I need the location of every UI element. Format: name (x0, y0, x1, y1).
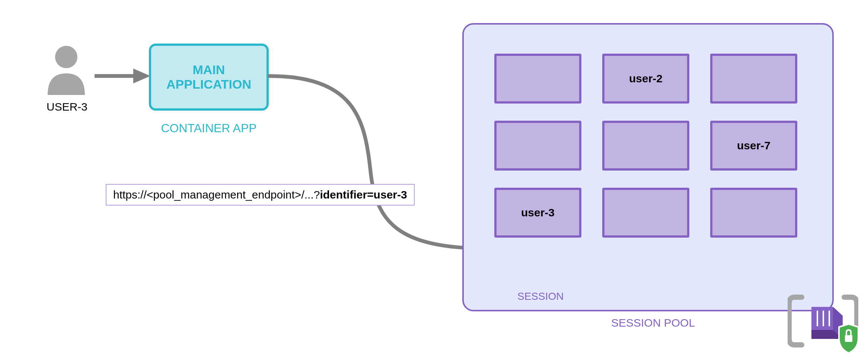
arrow-app-to-pool (268, 73, 491, 263)
sessions-grid: user-2 user-7 user-3 (494, 54, 797, 238)
session-box (710, 188, 797, 238)
main-application-title: MAIN APPLICATION (166, 63, 251, 92)
session-box: user-2 (602, 54, 689, 104)
session-pool-label: SESSION POOL (611, 317, 695, 329)
container-app-subtitle: CONTAINER APP (149, 121, 269, 135)
url-prefix: https://<pool_management_endpoint>/...? (113, 188, 320, 201)
session-box (602, 188, 689, 238)
main-application-box: MAIN APPLICATION (149, 44, 269, 111)
session-box (602, 121, 689, 171)
session-box (494, 54, 581, 104)
svg-marker-2 (133, 69, 150, 83)
svg-rect-10 (845, 335, 852, 342)
arrow-user-to-app (95, 65, 150, 87)
session-box: user-3 (494, 188, 581, 238)
svg-point-0 (55, 46, 77, 68)
url-identifier: identifier=user-3 (320, 188, 407, 201)
user-label: USER-3 (41, 101, 93, 113)
session-box (494, 121, 581, 171)
session-label: SESSION (517, 290, 564, 302)
session-box (710, 54, 797, 104)
url-box: https://<pool_management_endpoint>/...?i… (106, 184, 415, 206)
user-icon (44, 43, 89, 95)
session-box: user-7 (710, 121, 797, 171)
container-apps-icon (788, 290, 858, 354)
